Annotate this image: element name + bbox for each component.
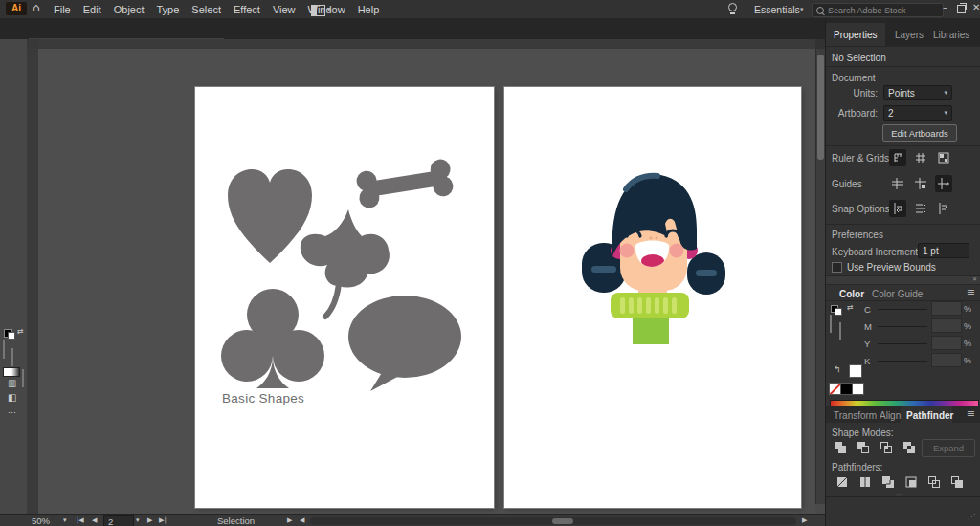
tab-transform[interactable]: Transform — [834, 410, 877, 421]
menu-edit[interactable]: Edit — [83, 4, 101, 15]
artboard-2[interactable] — [504, 87, 801, 508]
leaf-shape[interactable] — [301, 209, 390, 288]
artboard-1[interactable]: Basic Shapes — [195, 87, 494, 508]
unite-icon[interactable] — [832, 439, 849, 456]
channel-y-input[interactable] — [931, 336, 962, 350]
channel-c-input[interactable] — [931, 301, 962, 316]
lock-guides-icon[interactable] — [912, 175, 929, 192]
drawing-modes-icon[interactable]: ▥ — [8, 379, 16, 388]
crop-icon[interactable] — [902, 473, 920, 491]
scroll-left-icon[interactable]: ◀ — [300, 517, 304, 524]
units-dropdown[interactable]: Points ▾ — [883, 85, 952, 100]
expand-button[interactable]: Expand — [922, 439, 975, 457]
menu-help[interactable]: Help — [358, 4, 380, 15]
home-icon[interactable]: ⌂ — [33, 2, 40, 13]
bone-shape[interactable] — [355, 158, 455, 209]
pathfinder-menu-icon[interactable]: ≡ — [967, 408, 975, 419]
last-color-swatch[interactable] — [849, 364, 862, 378]
swap-fill-stroke-icon[interactable]: ⇄ — [17, 328, 24, 336]
next-artboard-icon[interactable]: ▶ — [147, 517, 152, 524]
first-artboard-icon[interactable]: |◀ — [77, 517, 84, 524]
artboard-nav-chevron-icon[interactable]: ▾ — [136, 517, 140, 524]
snap-to-pixel-icon[interactable] — [935, 200, 952, 217]
edit-artboards-button[interactable]: Edit Artboards — [882, 124, 957, 142]
menu-select[interactable]: Select — [191, 4, 221, 15]
use-preview-bounds-checkbox[interactable] — [832, 262, 842, 273]
status-popup-icon[interactable]: ▶ — [287, 517, 292, 524]
panel-close-icon[interactable]: ✕ — [972, 276, 977, 282]
zoom-chevron-icon[interactable]: ▾ — [63, 517, 67, 524]
show-rulers-icon[interactable] — [889, 149, 906, 166]
tab-properties[interactable]: Properties — [834, 30, 878, 40]
show-grid-icon[interactable] — [912, 149, 929, 166]
zoom-level-value[interactable]: 50% — [32, 515, 50, 526]
artboard-dropdown[interactable]: 2 ▾ — [883, 105, 952, 121]
trim-icon[interactable] — [857, 473, 874, 491]
tab-pathfinder[interactable]: Pathfinder — [906, 410, 953, 421]
menu-file[interactable]: File — [54, 4, 71, 15]
keyboard-increment-input[interactable]: 1 pt — [918, 243, 969, 258]
menu-view[interactable]: View — [273, 4, 296, 15]
channel-k-input[interactable] — [931, 353, 962, 367]
workspace-chevron-icon[interactable]: ▾ — [327, 7, 331, 13]
speech-bubble-shape[interactable] — [348, 296, 461, 391]
vertical-scrollbar-thumb[interactable] — [817, 55, 824, 160]
tab-color-guide[interactable]: Color Guide — [872, 289, 923, 299]
tab-layers[interactable]: Layers — [895, 30, 924, 40]
workspace-switcher-icon[interactable] — [311, 5, 325, 16]
white-swatch[interactable] — [852, 383, 864, 395]
snap-to-point-icon[interactable] — [889, 200, 906, 217]
channel-m-input[interactable] — [931, 318, 962, 333]
club-shape[interactable] — [221, 289, 324, 388]
workspace-label[interactable]: Essentials — [754, 4, 800, 15]
outline-icon[interactable] — [925, 473, 943, 491]
intersect-icon[interactable] — [878, 439, 895, 456]
exclude-icon[interactable] — [901, 439, 918, 456]
last-color-arrow-icon[interactable]: ↰ — [834, 365, 841, 374]
tab-align[interactable]: Align — [880, 410, 901, 421]
fill-none-swatch[interactable] — [3, 340, 5, 359]
screen-mode-icon[interactable]: ◧ — [8, 393, 16, 403]
prev-artboard-icon[interactable]: ◀ — [92, 517, 97, 524]
divide-icon[interactable] — [834, 473, 851, 491]
minimize-button[interactable]: – — [943, 3, 947, 12]
stroke-none-swatch[interactable] — [11, 348, 13, 366]
fill-color-none-swatch[interactable] — [830, 315, 832, 333]
scroll-right-icon[interactable]: ▶ — [802, 517, 807, 524]
merge-icon[interactable] — [880, 473, 897, 491]
artboard-1-title[interactable]: Basic Shapes — [222, 391, 304, 405]
tab-color[interactable]: Color — [839, 289, 864, 299]
menu-type[interactable]: Type — [157, 4, 180, 15]
show-transparency-grid-icon[interactable] — [935, 149, 952, 166]
snap-to-grid-icon[interactable] — [912, 200, 929, 217]
gradient-mode-button[interactable] — [11, 367, 20, 377]
tab-libraries[interactable]: Libraries — [933, 30, 969, 40]
leaf-stem[interactable] — [325, 284, 339, 317]
none-mode-button[interactable] — [22, 369, 24, 387]
minus-back-icon[interactable] — [948, 473, 966, 491]
show-guides-icon[interactable] — [889, 175, 906, 192]
channel-y-slider[interactable] — [878, 343, 927, 344]
status-text[interactable]: Selection — [217, 515, 255, 526]
artboard-nav-value[interactable]: 2 — [103, 515, 134, 526]
swap-colors-icon[interactable]: ⇄ — [847, 304, 854, 312]
color-panel-menu-icon[interactable]: ≡ — [967, 287, 975, 297]
heart-shape[interactable] — [228, 169, 312, 263]
channel-k-slider[interactable] — [878, 361, 927, 362]
corner-resize-grip-icon[interactable]: ⋰ — [968, 514, 975, 521]
restore-button[interactable] — [957, 5, 966, 13]
horizontal-scrollbar-thumb[interactable] — [552, 518, 573, 524]
channel-c-slider[interactable] — [878, 309, 927, 310]
stroke-color-none-swatch[interactable] — [839, 322, 841, 340]
stock-search-input[interactable]: Search Adobe Stock — [812, 3, 944, 17]
girl-character-graphic[interactable] — [574, 163, 737, 354]
menu-effect[interactable]: Effect — [234, 4, 260, 15]
smart-guides-icon[interactable] — [935, 175, 952, 192]
workspace-menu-chevron-icon[interactable]: ▾ — [800, 7, 804, 13]
minus-front-icon[interactable] — [855, 439, 872, 456]
discover-lightbulb-icon[interactable] — [728, 3, 737, 14]
horizontal-scrollbar[interactable] — [310, 517, 796, 525]
canvas-pasteboard[interactable]: Basic Shapes — [38, 49, 815, 514]
panel-resize-grip[interactable]: ⋯ — [895, 493, 902, 499]
menu-object[interactable]: Object — [114, 4, 145, 15]
